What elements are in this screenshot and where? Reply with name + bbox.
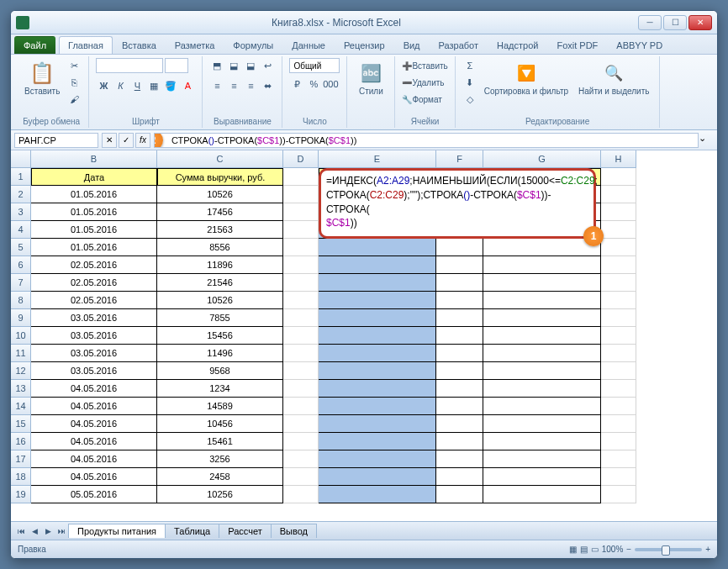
view-break-icon[interactable]: ▭ <box>591 545 599 554</box>
close-button[interactable]: ✕ <box>688 15 712 30</box>
row-header[interactable]: 9 <box>11 309 31 327</box>
tab-foxit[interactable]: Foxit PDF <box>547 36 607 54</box>
cell[interactable] <box>436 380 483 398</box>
cell[interactable] <box>283 168 319 186</box>
cell[interactable] <box>319 309 436 327</box>
cell[interactable] <box>319 256 436 274</box>
cell[interactable] <box>283 415 319 433</box>
cell[interactable] <box>283 433 319 450</box>
cell[interactable]: 10256 <box>157 486 283 503</box>
cell[interactable] <box>436 486 483 503</box>
zoom-slider[interactable] <box>635 548 702 551</box>
cell[interactable] <box>601 433 636 450</box>
cell[interactable] <box>319 380 436 398</box>
clear-button[interactable]: ◇ <box>462 92 477 107</box>
cell[interactable]: 01.05.2016 <box>31 239 157 256</box>
cell[interactable] <box>436 327 483 345</box>
cell[interactable]: 04.05.2016 <box>31 380 157 398</box>
cell[interactable]: 02.05.2016 <box>31 274 157 292</box>
cell[interactable]: 2458 <box>157 468 283 486</box>
cell[interactable] <box>283 468 319 486</box>
cell[interactable] <box>436 450 483 468</box>
sheet-tab[interactable]: Таблица <box>165 524 219 538</box>
view-layout-icon[interactable]: ▤ <box>580 545 588 554</box>
cell[interactable] <box>483 415 601 433</box>
row-header[interactable]: 5 <box>11 239 31 256</box>
cut-button[interactable]: ✂ <box>66 58 82 73</box>
row-header[interactable]: 15 <box>11 415 31 433</box>
cell[interactable]: 11496 <box>157 345 283 362</box>
cell[interactable] <box>483 309 601 327</box>
cell[interactable] <box>283 292 319 309</box>
fill-color-button[interactable]: 🪣 <box>163 78 178 93</box>
cell[interactable]: 9568 <box>157 362 283 380</box>
cell[interactable]: 15456 <box>157 327 283 345</box>
cell[interactable]: 01.05.2016 <box>31 186 157 203</box>
tab-layout[interactable]: Разметка <box>166 36 224 54</box>
cell[interactable]: 04.05.2016 <box>31 450 157 468</box>
cell[interactable]: 04.05.2016 <box>31 415 157 433</box>
styles-button[interactable]: 🔤Стили <box>354 58 388 97</box>
cell[interactable]: Дата <box>31 168 157 186</box>
cell[interactable] <box>601 398 636 415</box>
cell[interactable] <box>319 345 436 362</box>
cell[interactable]: 04.05.2016 <box>31 398 157 415</box>
cell[interactable] <box>483 345 601 362</box>
cell[interactable] <box>483 398 601 415</box>
cell[interactable]: 21546 <box>157 274 283 292</box>
cell[interactable]: 03.05.2016 <box>31 362 157 380</box>
cell[interactable] <box>601 292 636 309</box>
cell[interactable]: 03.05.2016 <box>31 309 157 327</box>
row-header[interactable]: 14 <box>11 398 31 415</box>
cell[interactable] <box>283 327 319 345</box>
cell[interactable]: 7855 <box>157 309 283 327</box>
underline-button[interactable]: Ч <box>129 78 145 93</box>
cell[interactable] <box>483 274 601 292</box>
cell[interactable] <box>319 362 436 380</box>
cell[interactable]: 1234 <box>157 380 283 398</box>
cell[interactable]: 8556 <box>157 239 283 256</box>
tab-view[interactable]: Вид <box>394 36 430 54</box>
cell[interactable] <box>483 239 601 256</box>
fill-button[interactable]: ⬇ <box>462 75 477 90</box>
cell[interactable]: 14589 <box>157 398 283 415</box>
row-header[interactable]: 1 <box>11 168 31 186</box>
zoom-out-button[interactable]: − <box>626 545 631 554</box>
autosum-button[interactable]: Σ <box>462 58 477 73</box>
cell[interactable] <box>436 398 483 415</box>
cell[interactable] <box>319 274 436 292</box>
tab-review[interactable]: Рецензир <box>335 36 394 54</box>
cell[interactable]: 01.05.2016 <box>31 221 157 239</box>
cell[interactable] <box>283 274 319 292</box>
cell[interactable]: 11896 <box>157 256 283 274</box>
row-header[interactable]: 10 <box>11 327 31 345</box>
insert-cells-button[interactable]: ➕ Вставить <box>402 58 447 73</box>
name-box[interactable]: РАНГ.СР <box>14 133 98 148</box>
cell[interactable] <box>436 239 483 256</box>
cell[interactable] <box>319 327 436 345</box>
cell[interactable] <box>601 309 636 327</box>
column-header[interactable]: C <box>157 150 283 168</box>
cell[interactable] <box>436 415 483 433</box>
cell[interactable] <box>283 221 319 239</box>
column-header[interactable]: G <box>483 150 601 168</box>
cell[interactable] <box>601 362 636 380</box>
zoom-in-button[interactable]: + <box>705 545 710 554</box>
cell[interactable] <box>483 468 601 486</box>
cell[interactable] <box>283 380 319 398</box>
cell[interactable] <box>483 380 601 398</box>
cell[interactable] <box>483 433 601 450</box>
copy-button[interactable]: ⎘ <box>66 75 82 90</box>
cell[interactable] <box>483 327 601 345</box>
cell[interactable] <box>601 345 636 362</box>
column-header[interactable]: B <box>31 150 157 168</box>
sheet-nav-next[interactable]: ▶ <box>41 524 55 538</box>
cell[interactable] <box>601 450 636 468</box>
cell[interactable] <box>601 168 636 186</box>
format-cells-button[interactable]: 🔧 Формат <box>402 92 442 107</box>
row-header[interactable]: 18 <box>11 468 31 486</box>
sheet-tab[interactable]: Рассчет <box>219 524 272 538</box>
cell[interactable]: 03.05.2016 <box>31 327 157 345</box>
enter-formula-button[interactable]: ✓ <box>119 133 134 148</box>
cell[interactable] <box>283 186 319 203</box>
